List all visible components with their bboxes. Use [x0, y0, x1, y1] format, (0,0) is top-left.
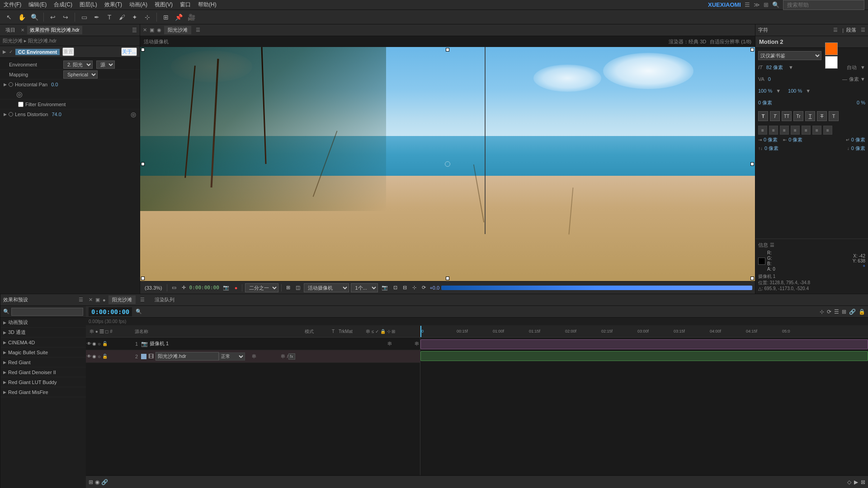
info-plus-btn[interactable]: + [863, 263, 865, 268]
tl-btn-3[interactable]: ☰ [834, 309, 839, 315]
track-camera[interactable] [420, 339, 868, 349]
vt-render-btn[interactable]: ⟳ [420, 284, 428, 291]
layer-vis-1[interactable]: 👁 [87, 341, 91, 346]
align-left[interactable]: ≡ [758, 126, 767, 135]
h-pan-section[interactable]: ▶ Horizontal Pan 0.0 [0, 80, 140, 89]
tab-close-1[interactable]: ✕ [21, 28, 24, 33]
source-select[interactable]: 源 [96, 61, 115, 69]
vt-camera-icon[interactable]: 📷 [221, 284, 231, 291]
effects-cat-c4d[interactable]: ▶ CINEMA 4D [0, 338, 86, 347]
clone-tool[interactable]: ✦ [129, 12, 140, 23]
menu-item-file[interactable]: 文件(F) [4, 1, 21, 9]
vt-zoom[interactable]: (33.3%) [143, 285, 164, 291]
redo-btn[interactable]: ↪ [60, 12, 71, 23]
vt-pan-btn[interactable]: ✛ [180, 284, 188, 291]
lens-dist-section[interactable]: ▶ Lens Distortion 74.0 ◎ [0, 109, 140, 119]
layer-fx-badge-2[interactable]: fx [288, 353, 295, 360]
timeline-ruler[interactable]: 0 00:15f 01:00f 01:15f 02:00f 02:15f 03:… [420, 326, 868, 338]
effects-cat-3d[interactable]: ▶ 3D 通道 [0, 328, 86, 338]
tl-menu[interactable]: ☰ [140, 297, 145, 303]
layer-solo-1[interactable]: ☼ [97, 341, 101, 346]
viewport[interactable] [140, 47, 755, 281]
layer-name-box-2[interactable]: 阳光沙滩.hdr [156, 352, 219, 361]
text-btn-T3[interactable]: T [805, 111, 815, 121]
tl-comp-tab[interactable]: 阳光沙滩 [108, 296, 136, 304]
menu-item-effect[interactable]: 效果(T) [104, 1, 122, 9]
tl-zoom-btn[interactable]: ⊠ [861, 479, 865, 485]
layer-name-1[interactable]: 摄像机 1 [150, 340, 354, 347]
menu-item-layer[interactable]: 图层(L) [80, 1, 97, 9]
align-right[interactable]: ≡ [780, 126, 789, 135]
render-queue-tab[interactable]: 渲染队列 [155, 296, 175, 303]
hand-tool[interactable]: ✋ [16, 12, 27, 23]
vt-record-btn[interactable]: ● [233, 285, 240, 291]
puppet-tool[interactable]: ⊹ [142, 12, 153, 23]
layer-audio-1[interactable]: ◉ [92, 341, 96, 346]
about-btn[interactable]: 关于... [121, 47, 137, 56]
vt-camera-select[interactable]: 活动摄像机 [304, 283, 349, 292]
tl-bottom-btn-3[interactable]: 🔗 [101, 479, 108, 485]
tab-project[interactable]: 项目 [3, 26, 18, 34]
tl-btn-1[interactable]: ⊹ [820, 309, 824, 315]
select-tool[interactable]: ↖ [4, 12, 14, 23]
vt-layer-btn[interactable]: ⊟ [401, 284, 409, 291]
effects-cat-rgm[interactable]: ▶ Red Giant MisFire [0, 387, 86, 397]
fill-color-swatch[interactable] [825, 42, 838, 55]
text-btn-Tr[interactable]: Tr [793, 111, 803, 121]
vt-frame-btn[interactable]: ▭ [170, 284, 178, 291]
menu-item-edit[interactable]: 编辑(E) [28, 1, 47, 9]
reset-btn[interactable]: 重置 [62, 47, 74, 56]
cam-btn[interactable]: 🎥 [186, 12, 197, 23]
text-btn-T4[interactable]: T [817, 111, 827, 121]
comp-menu[interactable]: ☰ [196, 27, 200, 33]
layer-vis-2[interactable]: 👁 [87, 354, 91, 359]
vt-snapshot-btn[interactable]: 📷 [380, 284, 390, 291]
text-btn-TT[interactable]: TT [782, 111, 792, 121]
vt-3d-btn[interactable]: ⊹ [410, 284, 418, 291]
tl-btn-4[interactable]: ⊞ [842, 309, 846, 315]
mapping-select[interactable]: Spherical [63, 70, 98, 79]
vt-resolution-select[interactable]: 二分之一 [245, 283, 278, 292]
vt-show-btn[interactable]: ⊡ [392, 284, 399, 291]
environment-select[interactable]: 2. 阳光 [63, 61, 93, 69]
effects-cat-rgl[interactable]: ▶ Red Giant LUT Buddy [0, 377, 86, 387]
tl-btn-2[interactable]: ⟳ [827, 309, 831, 315]
track-hdr[interactable] [420, 351, 868, 361]
text-tool[interactable]: T [104, 12, 115, 23]
effects-cat-mbs[interactable]: ▶ Magic Bullet Suite [0, 347, 86, 357]
text-btn-T5[interactable]: T [829, 111, 839, 121]
menu-item-help[interactable]: 帮助(H) [198, 1, 217, 9]
tl-keyframe-btn[interactable]: ◇ [847, 479, 851, 485]
font-select[interactable]: 汉仪篆书鉴 [758, 51, 821, 60]
rp-para-menu[interactable]: ☰ [861, 27, 865, 33]
vt-overlay-btn[interactable]: ◫ [294, 284, 302, 291]
menu-item-window[interactable]: 窗口 [180, 1, 191, 9]
align-center[interactable]: ≡ [769, 126, 778, 135]
fx-check[interactable]: ✓ [9, 49, 13, 54]
menu-item-comp[interactable]: 合成(C) [54, 1, 72, 9]
menu-item-anim[interactable]: 动画(A) [129, 1, 147, 9]
lens-dist-dial[interactable]: ◎ [131, 111, 136, 118]
pen-tool[interactable]: ✒ [91, 12, 102, 23]
layer-lock-1[interactable]: 🔓 [102, 341, 108, 346]
filter-env-checkbox[interactable] [18, 102, 24, 107]
tl-search-icon[interactable]: 🔍 [136, 309, 142, 314]
vt-grid-btn[interactable]: ⊞ [284, 284, 292, 291]
layer-mode-select-2[interactable]: 正常 [219, 352, 245, 361]
effects-cat-rg[interactable]: ▶ Red Giant [0, 357, 86, 367]
layer-lock-2[interactable]: 🔓 [102, 354, 108, 359]
text-btn-T2[interactable]: T [770, 111, 780, 121]
layer-solo-2[interactable]: ☼ [97, 354, 101, 359]
units-dropdown[interactable]: 像素 ▼ [849, 76, 865, 83]
layer-audio-2[interactable]: ◉ [92, 354, 96, 359]
text-btn-T1[interactable]: T [758, 111, 768, 121]
tab-effects[interactable]: 效果控件 阳光沙滩.hdr [27, 26, 82, 34]
align-justify[interactable]: ≡ [791, 126, 800, 135]
auto-dropdown[interactable]: ▼ [860, 65, 865, 70]
effects-search-input[interactable] [11, 308, 83, 316]
dial-icon[interactable]: ◎ [16, 90, 23, 99]
brush-tool[interactable]: 🖌 [117, 12, 127, 23]
vt-view-select[interactable]: 1个... [351, 283, 378, 292]
tl-btn-5[interactable]: 🔗 [849, 309, 856, 315]
info-menu[interactable]: ☰ [770, 242, 774, 248]
